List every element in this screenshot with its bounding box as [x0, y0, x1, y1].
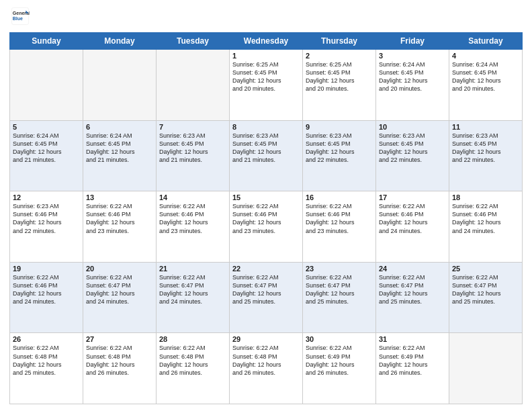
- calendar-cell: [10, 50, 83, 121]
- weekday-header-thursday: Thursday: [303, 33, 376, 50]
- calendar-cell: 1Sunrise: 6:25 AM Sunset: 6:45 PM Daylig…: [230, 50, 303, 121]
- calendar-cell: 27Sunrise: 6:22 AM Sunset: 6:48 PM Dayli…: [83, 333, 157, 404]
- calendar-cell: 19Sunrise: 6:22 AM Sunset: 6:46 PM Dayli…: [10, 262, 83, 333]
- day-number: 9: [306, 123, 373, 131]
- calendar-cell: 31Sunrise: 6:22 AM Sunset: 6:49 PM Dayli…: [376, 333, 449, 404]
- day-number: 14: [159, 193, 226, 201]
- calendar-cell: 12Sunrise: 6:23 AM Sunset: 6:46 PM Dayli…: [10, 191, 83, 263]
- day-number: 30: [306, 335, 373, 343]
- weekday-header-monday: Monday: [83, 33, 157, 50]
- cell-content: Sunrise: 6:22 AM Sunset: 6:46 PM Dayligh…: [86, 202, 153, 235]
- cell-content: Sunrise: 6:22 AM Sunset: 6:46 PM Dayligh…: [159, 202, 226, 235]
- day-number: 12: [13, 193, 80, 201]
- page: General Blue SundayMondayTuesdayWednesda…: [0, 0, 532, 411]
- cell-content: Sunrise: 6:24 AM Sunset: 6:45 PM Dayligh…: [452, 60, 519, 93]
- weekday-header-tuesday: Tuesday: [157, 33, 230, 50]
- svg-text:Blue: Blue: [13, 16, 23, 21]
- calendar-cell: [157, 50, 230, 121]
- day-number: 24: [379, 265, 446, 273]
- cell-content: Sunrise: 6:24 AM Sunset: 6:45 PM Dayligh…: [13, 132, 80, 165]
- weekday-header-friday: Friday: [376, 33, 449, 50]
- day-number: 1: [232, 52, 300, 60]
- calendar-cell: 15Sunrise: 6:22 AM Sunset: 6:46 PM Dayli…: [230, 191, 303, 263]
- cell-content: Sunrise: 6:23 AM Sunset: 6:45 PM Dayligh…: [232, 132, 300, 165]
- calendar-cell: [83, 50, 157, 121]
- cell-content: Sunrise: 6:23 AM Sunset: 6:45 PM Dayligh…: [306, 132, 373, 165]
- calendar-row-3: 12Sunrise: 6:23 AM Sunset: 6:46 PM Dayli…: [10, 191, 523, 263]
- cell-content: Sunrise: 6:22 AM Sunset: 6:47 PM Dayligh…: [159, 273, 226, 306]
- cell-content: Sunrise: 6:22 AM Sunset: 6:46 PM Dayligh…: [379, 202, 446, 235]
- cell-content: Sunrise: 6:22 AM Sunset: 6:48 PM Dayligh…: [159, 344, 226, 377]
- calendar-cell: 26Sunrise: 6:22 AM Sunset: 6:48 PM Dayli…: [10, 333, 83, 404]
- day-number: 10: [379, 123, 446, 131]
- calendar-cell: 14Sunrise: 6:22 AM Sunset: 6:46 PM Dayli…: [157, 191, 230, 263]
- calendar-cell: 7Sunrise: 6:23 AM Sunset: 6:45 PM Daylig…: [157, 120, 230, 191]
- cell-content: Sunrise: 6:23 AM Sunset: 6:45 PM Dayligh…: [159, 132, 226, 165]
- cell-content: Sunrise: 6:22 AM Sunset: 6:47 PM Dayligh…: [452, 273, 519, 306]
- day-number: 17: [379, 193, 446, 201]
- calendar-cell: 30Sunrise: 6:22 AM Sunset: 6:49 PM Dayli…: [303, 333, 376, 404]
- calendar-row-4: 19Sunrise: 6:22 AM Sunset: 6:46 PM Dayli…: [10, 262, 523, 333]
- calendar-cell: 4Sunrise: 6:24 AM Sunset: 6:45 PM Daylig…: [449, 50, 523, 121]
- calendar-cell: 20Sunrise: 6:22 AM Sunset: 6:47 PM Dayli…: [83, 262, 157, 333]
- cell-content: Sunrise: 6:22 AM Sunset: 6:46 PM Dayligh…: [306, 202, 373, 235]
- day-number: 18: [452, 193, 519, 201]
- day-number: 19: [13, 265, 80, 273]
- logo-icon: General Blue: [11, 7, 30, 26]
- cell-content: Sunrise: 6:22 AM Sunset: 6:47 PM Dayligh…: [86, 273, 153, 306]
- cell-content: Sunrise: 6:24 AM Sunset: 6:45 PM Dayligh…: [86, 132, 153, 165]
- day-number: 27: [86, 335, 153, 343]
- calendar-cell: 22Sunrise: 6:22 AM Sunset: 6:47 PM Dayli…: [230, 262, 303, 333]
- calendar-cell: 2Sunrise: 6:25 AM Sunset: 6:45 PM Daylig…: [303, 50, 376, 121]
- calendar-cell: 24Sunrise: 6:22 AM Sunset: 6:47 PM Dayli…: [376, 262, 449, 333]
- calendar-cell: 5Sunrise: 6:24 AM Sunset: 6:45 PM Daylig…: [10, 120, 83, 191]
- calendar-cell: 16Sunrise: 6:22 AM Sunset: 6:46 PM Dayli…: [303, 191, 376, 263]
- cell-content: Sunrise: 6:22 AM Sunset: 6:46 PM Dayligh…: [13, 273, 80, 306]
- day-number: 20: [86, 265, 153, 273]
- cell-content: Sunrise: 6:22 AM Sunset: 6:47 PM Dayligh…: [379, 273, 446, 306]
- calendar-row-1: 1Sunrise: 6:25 AM Sunset: 6:45 PM Daylig…: [10, 50, 523, 121]
- cell-content: Sunrise: 6:23 AM Sunset: 6:46 PM Dayligh…: [13, 202, 80, 235]
- cell-content: Sunrise: 6:25 AM Sunset: 6:45 PM Dayligh…: [232, 60, 300, 93]
- calendar-cell: 11Sunrise: 6:23 AM Sunset: 6:45 PM Dayli…: [449, 120, 523, 191]
- calendar-cell: 29Sunrise: 6:22 AM Sunset: 6:48 PM Dayli…: [230, 333, 303, 404]
- day-number: 5: [13, 123, 80, 131]
- calendar-cell: 23Sunrise: 6:22 AM Sunset: 6:47 PM Dayli…: [303, 262, 376, 333]
- day-number: 11: [452, 123, 519, 131]
- cell-content: Sunrise: 6:22 AM Sunset: 6:46 PM Dayligh…: [452, 202, 519, 235]
- cell-content: Sunrise: 6:22 AM Sunset: 6:47 PM Dayligh…: [232, 273, 300, 306]
- weekday-header-row: SundayMondayTuesdayWednesdayThursdayFrid…: [10, 33, 523, 50]
- cell-content: Sunrise: 6:22 AM Sunset: 6:49 PM Dayligh…: [306, 344, 373, 377]
- calendar-cell: 18Sunrise: 6:22 AM Sunset: 6:46 PM Dayli…: [449, 191, 523, 263]
- calendar-cell: 3Sunrise: 6:24 AM Sunset: 6:45 PM Daylig…: [376, 50, 449, 121]
- day-number: 29: [232, 335, 300, 343]
- day-number: 13: [86, 193, 153, 201]
- calendar-row-2: 5Sunrise: 6:24 AM Sunset: 6:45 PM Daylig…: [10, 120, 523, 191]
- header: General Blue: [9, 7, 523, 28]
- cell-content: Sunrise: 6:23 AM Sunset: 6:45 PM Dayligh…: [379, 132, 446, 165]
- day-number: 15: [232, 193, 300, 201]
- day-number: 7: [159, 123, 226, 131]
- calendar-cell: 17Sunrise: 6:22 AM Sunset: 6:46 PM Dayli…: [376, 191, 449, 263]
- calendar-row-5: 26Sunrise: 6:22 AM Sunset: 6:48 PM Dayli…: [10, 333, 523, 404]
- calendar-cell: 10Sunrise: 6:23 AM Sunset: 6:45 PM Dayli…: [376, 120, 449, 191]
- logo: General Blue: [9, 7, 30, 28]
- cell-content: Sunrise: 6:23 AM Sunset: 6:45 PM Dayligh…: [452, 132, 519, 165]
- cell-content: Sunrise: 6:22 AM Sunset: 6:49 PM Dayligh…: [379, 344, 446, 377]
- day-number: 31: [379, 335, 446, 343]
- cell-content: Sunrise: 6:22 AM Sunset: 6:46 PM Dayligh…: [232, 202, 300, 235]
- day-number: 8: [232, 123, 300, 131]
- day-number: 6: [86, 123, 153, 131]
- calendar-table: SundayMondayTuesdayWednesdayThursdayFrid…: [9, 32, 523, 404]
- cell-content: Sunrise: 6:22 AM Sunset: 6:48 PM Dayligh…: [86, 344, 153, 377]
- day-number: 4: [452, 52, 519, 60]
- calendar-cell: 9Sunrise: 6:23 AM Sunset: 6:45 PM Daylig…: [303, 120, 376, 191]
- day-number: 22: [232, 265, 300, 273]
- calendar-cell: 6Sunrise: 6:24 AM Sunset: 6:45 PM Daylig…: [83, 120, 157, 191]
- day-number: 28: [159, 335, 226, 343]
- calendar-cell: 8Sunrise: 6:23 AM Sunset: 6:45 PM Daylig…: [230, 120, 303, 191]
- day-number: 23: [306, 265, 373, 273]
- calendar-cell: 21Sunrise: 6:22 AM Sunset: 6:47 PM Dayli…: [157, 262, 230, 333]
- day-number: 2: [306, 52, 373, 60]
- cell-content: Sunrise: 6:22 AM Sunset: 6:48 PM Dayligh…: [13, 344, 80, 377]
